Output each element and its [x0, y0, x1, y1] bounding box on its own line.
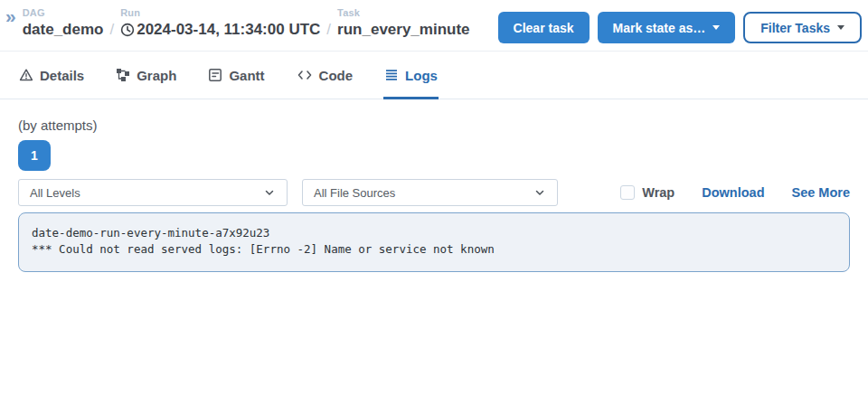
clear-task-label: Clear task: [514, 21, 574, 35]
gantt-chart-icon: [208, 68, 222, 82]
tab-details[interactable]: Details: [18, 52, 85, 99]
double-chevron-icon[interactable]: »: [5, 7, 16, 25]
code-brackets-icon: [297, 68, 313, 82]
breadcrumb-task[interactable]: Task run_every_minute: [337, 7, 469, 41]
tab-logs-label: Logs: [405, 68, 438, 83]
chevron-down-icon: [263, 186, 276, 199]
by-attempts-label: (by attempts): [18, 117, 850, 134]
breadcrumb-run-value[interactable]: 2024-03-14, 11:34:00 UTC: [120, 19, 320, 41]
tab-graph[interactable]: Graph: [115, 52, 177, 99]
log-lines-icon: [384, 68, 399, 82]
logs-panel: (by attempts) 1 All Levels All File Sour…: [0, 99, 868, 272]
wrap-toggle[interactable]: Wrap: [620, 185, 675, 200]
tab-graph-label: Graph: [137, 68, 176, 83]
mark-state-as-label: Mark state as…: [613, 21, 706, 35]
filter-tasks-button[interactable]: Filter Tasks: [743, 12, 862, 43]
clear-task-button[interactable]: Clear task: [498, 12, 590, 43]
breadcrumb-dag-label: DAG: [23, 7, 104, 19]
breadcrumb-task-label: Task: [337, 7, 469, 19]
warning-triangle-icon: [19, 68, 33, 82]
see-more-link[interactable]: See More: [792, 185, 850, 200]
graph-nodes-icon: [116, 68, 130, 82]
file-source-select-value: All File Sources: [314, 186, 395, 200]
caret-down-icon: [837, 25, 844, 30]
download-link[interactable]: Download: [702, 185, 764, 200]
wrap-label: Wrap: [642, 185, 675, 200]
log-line: date-demo-run-every-minute-a7x92u23: [32, 225, 836, 241]
breadcrumb-separator: /: [109, 19, 114, 41]
log-level-select[interactable]: All Levels: [18, 179, 288, 206]
log-controls-row: All Levels All File Sources Wrap Downloa…: [18, 179, 850, 206]
breadcrumb-run-label: Run: [120, 7, 320, 19]
caret-down-icon: [712, 25, 720, 30]
log-level-select-value: All Levels: [30, 186, 80, 200]
chevron-down-icon: [533, 186, 546, 199]
filter-tasks-label: Filter Tasks: [760, 21, 830, 35]
task-actions: Clear task Mark state as… Filter Tasks: [498, 7, 862, 43]
file-source-select[interactable]: All File Sources: [302, 179, 558, 206]
breadcrumb-dag[interactable]: DAG date_demo: [23, 7, 104, 41]
mark-state-as-button[interactable]: Mark state as…: [598, 12, 736, 43]
tab-details-label: Details: [40, 68, 84, 83]
tab-logs[interactable]: Logs: [383, 52, 439, 99]
tab-gantt[interactable]: Gantt: [207, 52, 265, 99]
tab-code[interactable]: Code: [296, 52, 354, 99]
attempt-1-button[interactable]: 1: [18, 140, 51, 171]
breadcrumb-dag-value[interactable]: date_demo: [23, 19, 104, 41]
breadcrumb-header: » DAG date_demo / Run 2024-03-14, 11:34:…: [0, 0, 868, 52]
tab-code-label: Code: [319, 68, 354, 83]
breadcrumb: DAG date_demo / Run 2024-03-14, 11:34:00…: [23, 7, 470, 41]
run-timestamp: 2024-03-14, 11:34:00 UTC: [137, 19, 320, 41]
wrap-checkbox[interactable]: [620, 185, 635, 200]
breadcrumb-run[interactable]: Run 2024-03-14, 11:34:00 UTC: [120, 7, 320, 41]
clock-icon: [120, 23, 135, 37]
tab-bar: Details Graph Gantt Code Logs: [0, 52, 868, 99]
tab-gantt-label: Gantt: [229, 68, 264, 83]
breadcrumb-separator: /: [326, 19, 331, 41]
log-tools: Wrap Download See More: [620, 185, 850, 200]
log-line: *** Could not read served logs: [Errno -…: [32, 241, 836, 258]
breadcrumb-task-value[interactable]: run_every_minute: [337, 19, 469, 41]
log-output-box[interactable]: date-demo-run-every-minute-a7x92u23 *** …: [18, 212, 850, 272]
